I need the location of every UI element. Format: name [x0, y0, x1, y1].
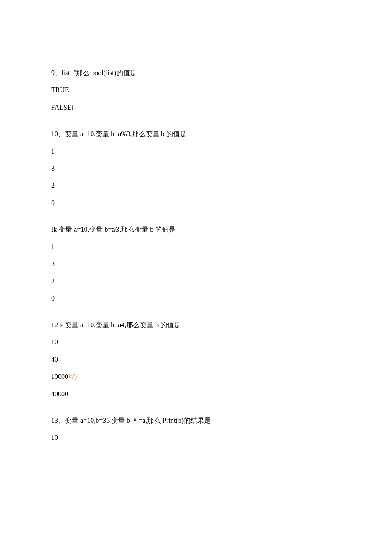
question-12-option-3-highlight: W)	[68, 373, 77, 380]
question-10-option-2: 3	[51, 164, 341, 173]
question-10-text: 10、变量 a=10,变量 b=a%3,那么变量 b 的值是	[51, 129, 341, 139]
question-12-option-2: 40	[51, 355, 341, 364]
question-9-option-2: FALSEi	[51, 103, 341, 112]
question-11-option-1: 1	[51, 242, 341, 252]
question-9-option-1: TRUE	[51, 85, 341, 95]
question-11: Ik 变量 a=10,变量 b=a⁄3,那么变量 b 的值是 1 3 2 0	[51, 225, 341, 303]
question-10-option-3: 2	[51, 181, 341, 190]
question-13-text: 13、变量 a=10,b=35 变量 b 〃=a,那么 Print(b)的结果是	[51, 416, 341, 425]
question-11-text: Ik 变量 a=10,变量 b=a⁄3,那么变量 b 的值是	[51, 225, 341, 234]
question-12: 12＞变量 a=10,变量 b=a4,那么变量 b 的值是 10 40 1000…	[51, 320, 341, 399]
question-9-text: 9、list=''那么 bool(list)的值是	[51, 68, 341, 78]
question-12-option-3: 10000W)	[51, 372, 341, 381]
question-11-option-4: 0	[51, 294, 341, 303]
question-13-option-1: 10	[51, 433, 341, 442]
question-10-option-1: 1	[51, 147, 341, 156]
question-13: 13、变量 a=10,b=35 变量 b 〃=a,那么 Print(b)的结果是…	[51, 416, 341, 443]
document-page: 9、list=''那么 bool(list)的值是 TRUE FALSEi 10…	[0, 0, 392, 555]
question-11-option-3: 2	[51, 276, 341, 286]
question-12-option-4: 40000	[51, 389, 341, 399]
question-10-option-4: 0	[51, 198, 341, 208]
question-11-option-2: 3	[51, 259, 341, 269]
question-10: 10、变量 a=10,变量 b=a%3,那么变量 b 的值是 1 3 2 0	[51, 129, 341, 208]
question-12-option-3-prefix: 10000	[51, 373, 68, 380]
question-12-text: 12＞变量 a=10,变量 b=a4,那么变量 b 的值是	[51, 320, 341, 330]
question-9: 9、list=''那么 bool(list)的值是 TRUE FALSEi	[51, 68, 341, 112]
question-12-option-1: 10	[51, 337, 341, 347]
